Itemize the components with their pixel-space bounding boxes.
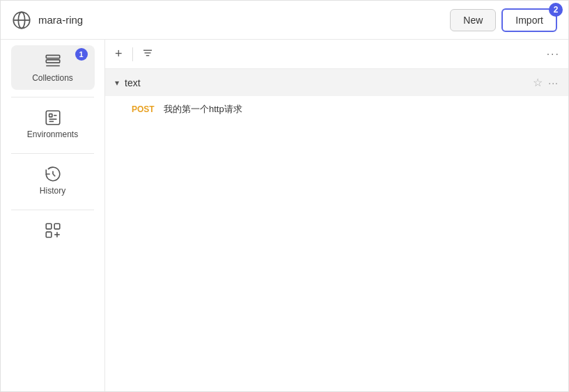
sidebar-item-collections[interactable]: 1 Collections <box>11 45 95 90</box>
addons-icon <box>44 221 62 240</box>
svg-rect-6 <box>46 111 60 125</box>
plus-icon: + <box>115 47 123 61</box>
sidebar-item-addons[interactable] <box>11 214 95 249</box>
header-right: New Import 2 <box>450 8 557 32</box>
method-badge: POST <box>132 104 157 114</box>
star-icon[interactable]: ☆ <box>533 76 543 89</box>
sidebar-item-environments[interactable]: Environments <box>11 102 95 146</box>
filter-icon <box>141 47 154 59</box>
svg-rect-4 <box>46 60 60 63</box>
import-badge: 2 <box>549 3 563 17</box>
toolbar-more-button[interactable]: ··· <box>547 48 560 61</box>
sidebar-divider-2 <box>11 153 94 154</box>
history-label: History <box>40 186 65 196</box>
globe-icon <box>12 10 31 30</box>
toolbar-divider <box>132 47 133 61</box>
add-collection-button[interactable]: + <box>114 45 124 63</box>
collection-more-button[interactable]: ··· <box>548 77 559 88</box>
chevron-down-icon: ▾ <box>115 78 119 88</box>
sidebar-divider-3 <box>11 210 94 210</box>
collections-icon <box>44 52 62 70</box>
main-area: 1 Collections Environments <box>1 40 568 391</box>
collection-list: ▾ text ☆ ··· POST 我的第一个http请求 <box>105 69 568 391</box>
header: mara-ring New Import 2 <box>1 1 568 40</box>
new-button[interactable]: New <box>450 9 496 31</box>
content-panel: + ··· ▾ text ☆ ··· <box>105 40 568 391</box>
header-left: mara-ring <box>12 10 83 30</box>
collection-item-text[interactable]: ▾ text ☆ ··· <box>105 69 568 96</box>
filter-button[interactable] <box>141 47 154 62</box>
svg-rect-15 <box>46 232 52 237</box>
request-name: 我的第一个http请求 <box>164 103 242 116</box>
svg-rect-13 <box>46 224 52 229</box>
history-icon <box>44 165 62 183</box>
sidebar-divider-1 <box>11 97 94 97</box>
environments-label: Environments <box>27 130 78 139</box>
svg-line-12 <box>53 174 55 176</box>
collection-name: text <box>125 77 527 88</box>
svg-rect-3 <box>46 55 60 58</box>
svg-rect-14 <box>54 224 60 229</box>
svg-rect-7 <box>49 114 52 117</box>
ellipsis-icon: ··· <box>547 48 560 60</box>
import-button[interactable]: Import 2 <box>501 8 557 32</box>
environments-icon <box>44 109 62 127</box>
collections-label: Collections <box>32 73 73 83</box>
sidebar-item-history[interactable]: History <box>11 158 95 203</box>
app-title: mara-ring <box>38 14 83 26</box>
request-item[interactable]: POST 我的第一个http请求 <box>105 96 568 123</box>
collections-badge: 1 <box>75 48 88 61</box>
content-toolbar: + ··· <box>105 40 568 69</box>
sidebar: 1 Collections Environments <box>1 40 105 391</box>
